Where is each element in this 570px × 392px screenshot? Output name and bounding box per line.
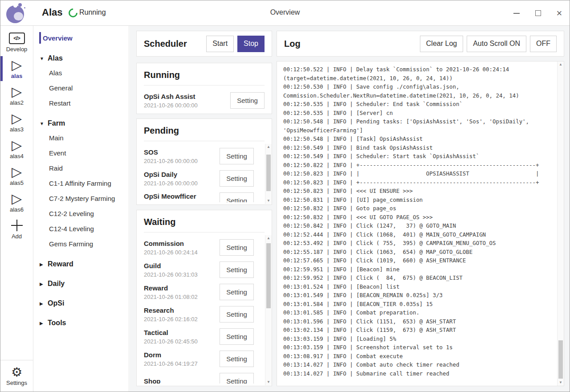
nav-group-tools[interactable]: ▶Tools bbox=[33, 316, 129, 330]
nav-item-restart[interactable]: Restart bbox=[33, 95, 129, 110]
autoscroll-off-button[interactable]: OFF bbox=[530, 36, 557, 52]
gear-icon: ⚙ bbox=[11, 365, 22, 379]
setting-button[interactable]: Setting bbox=[220, 373, 254, 384]
nav-group-reward[interactable]: ▶Reward bbox=[33, 257, 129, 271]
nav-group-label: Tools bbox=[48, 319, 66, 327]
nav-group-farm[interactable]: ▼Farm bbox=[33, 117, 129, 130]
chevron-down-icon: ▼ bbox=[40, 121, 48, 126]
scroll-up-icon[interactable]: ▲ bbox=[265, 144, 272, 150]
chevron-right-icon: ▶ bbox=[40, 262, 48, 267]
scroll-up-icon[interactable]: ▲ bbox=[558, 61, 564, 68]
rail-item-label: alas bbox=[11, 73, 22, 79]
log-line: 00:12:50.842 | INFO | Click (1247, 37) @… bbox=[283, 221, 550, 230]
nav-group-label: Reward bbox=[48, 260, 73, 268]
setting-button[interactable]: Setting bbox=[220, 328, 254, 345]
scroll-up-icon[interactable]: ▲ bbox=[265, 235, 272, 241]
task-row: Research2021-10-26 02:16:02Setting bbox=[144, 303, 254, 325]
task-name: SOS bbox=[144, 148, 198, 156]
task-row: Commission2021-10-26 00:24:14Setting bbox=[144, 236, 254, 258]
minimize-icon bbox=[513, 13, 520, 14]
nav-item-c7-2-mystery-farming[interactable]: C7-2 Mystery Farming bbox=[33, 191, 129, 206]
pending-scrollbar[interactable]: ▲ ▼ bbox=[265, 144, 272, 204]
nav-item-c12-2-leveling[interactable]: C12-2 Leveling bbox=[33, 206, 129, 221]
setting-button[interactable]: Setting bbox=[230, 92, 265, 109]
autoscroll-on-button[interactable]: Auto Scroll ON bbox=[467, 36, 526, 52]
nav-item-alas[interactable]: Alas bbox=[33, 65, 129, 80]
sidebar-item-settings[interactable]: ⚙ Settings bbox=[0, 360, 33, 392]
nav-item-event[interactable]: Event bbox=[33, 145, 129, 160]
close-button[interactable]: × bbox=[555, 9, 563, 17]
scrollbar-thumb[interactable] bbox=[558, 340, 563, 379]
chevron-down-icon: ▼ bbox=[40, 56, 48, 61]
nav-item-raid[interactable]: Raid bbox=[33, 160, 129, 176]
task-time: 2021-10-26 00:00:00 bbox=[144, 102, 198, 109]
nav-group-opsi[interactable]: ▶OpSi bbox=[33, 297, 129, 310]
chevron-right-icon: ▶ bbox=[40, 301, 48, 306]
title-bar: Alas Running Overview × bbox=[0, 0, 570, 26]
task-name: OpSi Meowfficer Farming bbox=[144, 192, 220, 202]
nav-item-overview[interactable]: Overview bbox=[33, 30, 129, 45]
setting-button[interactable]: Setting bbox=[220, 192, 254, 203]
log-line: 00:12:50.831 | INFO | [UI] page_commissi… bbox=[283, 196, 550, 204]
task-time: 2021-10-26 00:24:14 bbox=[144, 249, 198, 256]
scroll-down-icon[interactable]: ▼ bbox=[558, 380, 564, 386]
rail-item-label: Add bbox=[12, 233, 22, 240]
setting-button[interactable]: Setting bbox=[220, 284, 254, 300]
scroll-down-icon[interactable]: ▼ bbox=[265, 379, 272, 385]
task-time: 2021-10-26 00:00:00 bbox=[144, 180, 198, 187]
sidebar-item-alas5[interactable]: ▷alas5 bbox=[0, 162, 33, 189]
log-line: 00:13:14.027 | INFO | Combat auto check … bbox=[283, 360, 550, 369]
sidebar-item-alas6[interactable]: ▷alas6 bbox=[0, 189, 33, 216]
task-name: OpSi Daily bbox=[144, 170, 198, 179]
nav-item-general[interactable]: General bbox=[33, 80, 129, 95]
task-time: 2021-10-26 00:31:03 bbox=[144, 271, 198, 278]
sidebar-item-add[interactable]: Add bbox=[0, 216, 33, 242]
waiting-scrollbar[interactable]: ▲ ▼ bbox=[265, 235, 272, 385]
nav-item-gems-farming[interactable]: Gems Farming bbox=[33, 236, 129, 251]
settings-label: Settings bbox=[6, 380, 27, 386]
nav-group-label: Farm bbox=[48, 119, 65, 127]
nav-item-main[interactable]: Main bbox=[33, 130, 129, 145]
close-icon: × bbox=[557, 9, 562, 17]
scroll-down-icon[interactable]: ▼ bbox=[265, 198, 272, 204]
maximize-button[interactable] bbox=[534, 9, 542, 17]
clear-log-button[interactable]: Clear Log bbox=[420, 36, 463, 52]
start-button[interactable]: Start bbox=[206, 36, 234, 52]
nav-item-c12-4-leveling[interactable]: C12-4 Leveling bbox=[33, 221, 129, 236]
maximize-icon bbox=[535, 10, 541, 16]
task-name: Dorm bbox=[144, 351, 198, 359]
sidebar-item-alas3[interactable]: ▷alas3 bbox=[0, 109, 33, 135]
setting-button[interactable]: Setting bbox=[220, 351, 254, 367]
sidebar-item-alas4[interactable]: ▷alas4 bbox=[0, 135, 33, 162]
minimize-button[interactable] bbox=[513, 9, 521, 17]
app-window: Alas Running Overview × </>Develop▷alas▷… bbox=[0, 0, 570, 392]
setting-button[interactable]: Setting bbox=[220, 148, 254, 164]
setting-button[interactable]: Setting bbox=[220, 261, 254, 278]
sidebar-item-develop[interactable]: </>Develop bbox=[0, 29, 33, 55]
play-icon: ▷ bbox=[12, 58, 22, 72]
sidebar-item-alas[interactable]: ▷alas bbox=[0, 55, 33, 82]
nav-item-label: Overview bbox=[43, 34, 73, 42]
nav-group-alas[interactable]: ▼Alas bbox=[33, 52, 129, 65]
stop-button[interactable]: Stop bbox=[237, 36, 265, 52]
log-line: 00:12:50.548 | INFO | Pending tasks: ['O… bbox=[283, 117, 550, 126]
nav-item-c1-1-affinity-farming[interactable]: C1-1 Affinity Farming bbox=[33, 176, 129, 191]
scrollbar-thumb[interactable] bbox=[266, 243, 271, 308]
play-icon: ▷ bbox=[12, 165, 22, 179]
log-scrollbar[interactable]: ▲ ▼ bbox=[557, 61, 564, 386]
setting-button[interactable]: Setting bbox=[220, 306, 254, 323]
rail-item-label: alas6 bbox=[10, 206, 24, 213]
setting-button[interactable]: Setting bbox=[220, 170, 254, 187]
log-line: 00:12:50.832 | INFO | <<< UI GOTO PAGE_O… bbox=[283, 213, 550, 222]
pending-title: Pending bbox=[137, 119, 272, 141]
log-line: 00:12:50.535 | INFO | Scheduler: End tas… bbox=[283, 100, 550, 109]
log-line: 00:12:55.187 | INFO | Click (1063, 654) … bbox=[283, 248, 550, 257]
task-row: ShopSetting bbox=[144, 370, 254, 384]
nav-group-daily[interactable]: ▶Daily bbox=[33, 277, 129, 290]
sidebar-item-alas2[interactable]: ▷alas2 bbox=[0, 82, 33, 109]
setting-button[interactable]: Setting bbox=[220, 239, 254, 256]
scrollbar-thumb[interactable] bbox=[266, 155, 271, 191]
rail-item-label: alas4 bbox=[10, 153, 24, 159]
log-line: 00:12:59.952 | INFO | Click ( 84, 675) @… bbox=[283, 274, 550, 282]
task-row: OpSi Ash Assist2021-10-26 00:00:00Settin… bbox=[144, 89, 265, 111]
